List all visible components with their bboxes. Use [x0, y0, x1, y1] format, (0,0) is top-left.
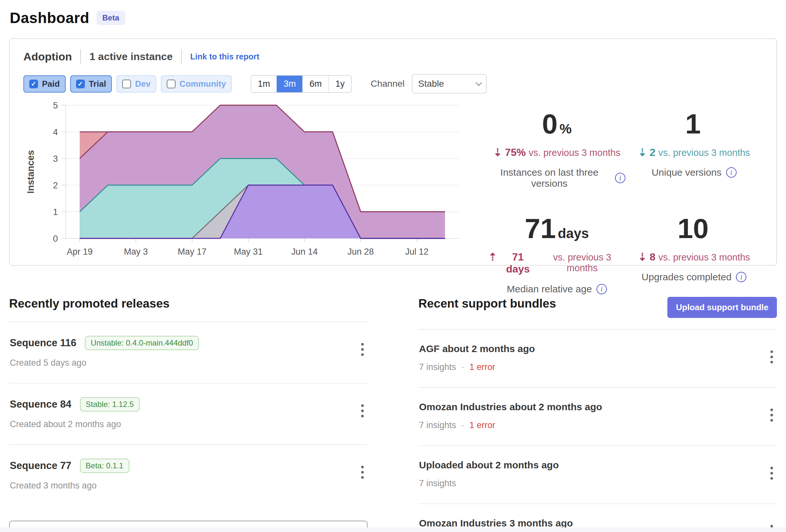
- time-range-group: 1m 3m 6m 1y: [251, 75, 352, 93]
- svg-text:Jun 28: Jun 28: [347, 247, 374, 257]
- stat-label: Unique versions: [651, 167, 721, 178]
- svg-text:4: 4: [53, 127, 58, 137]
- stat-label-row: Upgrades completed i: [625, 271, 763, 283]
- link-to-report[interactable]: Link to this report: [190, 52, 259, 62]
- stat-label-row: Median relative age i: [488, 284, 625, 295]
- svg-text:May 3: May 3: [124, 247, 148, 257]
- info-icon[interactable]: i: [615, 173, 625, 183]
- bundle-item: Uploaded about 2 months ago 7 insights: [418, 446, 777, 504]
- filter-chip-community[interactable]: Community: [161, 75, 232, 93]
- releases-section: Recently promoted releases Sequence 116 …: [9, 297, 368, 532]
- stat-delta-value: 75%: [505, 146, 526, 159]
- range-1y[interactable]: 1y: [328, 76, 351, 92]
- channel-select-value: Stable: [418, 79, 444, 89]
- svg-text:2: 2: [53, 180, 58, 190]
- bundle-item: Omozan Industries about 2 months ago 7 i…: [418, 388, 777, 446]
- lower-columns: Recently promoted releases Sequence 116 …: [9, 297, 777, 532]
- dot-separator: ·: [461, 420, 464, 430]
- release-version-badge: Unstable: 0.4.0-main.444ddf0: [85, 336, 199, 350]
- adoption-stats-grid: 0% ⇣ 75% vs. previous 3 months Instances…: [479, 101, 763, 295]
- svg-text:Jun 14: Jun 14: [291, 247, 318, 257]
- adoption-card-body: 012345Apr 19May 3May 17May 31Jun 14Jun 2…: [23, 101, 763, 295]
- release-version-badge: Stable: 1.12.5: [80, 397, 140, 411]
- stat-delta-value: 2: [649, 146, 655, 159]
- adoption-card: Adoption 1 active instance Link to this …: [9, 38, 777, 266]
- release-title: Sequence 77: [10, 460, 71, 471]
- more-options-button[interactable]: [358, 461, 367, 483]
- bundle-insights: 7 insights: [419, 362, 456, 372]
- trend-arrow-icon: ⇣: [493, 146, 502, 159]
- release-created: Created 5 days ago: [10, 358, 87, 368]
- channel-label: Channel: [371, 79, 404, 89]
- stat-delta: ⇣ 8 vs. previous 3 months: [625, 251, 763, 263]
- page-header: Dashboard Beta: [0, 0, 786, 27]
- release-title: Sequence 84: [10, 398, 71, 410]
- stat-label-row: Unique versions i: [625, 167, 763, 178]
- bundle-insights: 7 insights: [419, 478, 456, 488]
- stat-delta-suffix: vs. previous 3 months: [658, 147, 750, 158]
- stat-value: 71: [525, 213, 556, 244]
- releases-heading: Recently promoted releases: [9, 297, 368, 311]
- filter-label: Dev: [135, 79, 151, 89]
- stat: 0% ⇣ 75% vs. previous 3 months Instances…: [488, 110, 625, 189]
- adoption-title: Adoption: [23, 50, 72, 63]
- info-icon[interactable]: i: [597, 284, 607, 294]
- stat: 10 ⇣ 8 vs. previous 3 months Upgrades co…: [625, 214, 763, 295]
- release-item: Sequence 77 Beta: 0.1.1 Created 3 months…: [9, 445, 368, 506]
- stat-label: Instances on last three versions: [488, 167, 610, 189]
- stat-value: 0: [542, 108, 557, 139]
- more-options-button[interactable]: [767, 346, 776, 368]
- channel-select[interactable]: Stable: [412, 74, 487, 94]
- divider: [80, 49, 81, 64]
- info-icon[interactable]: i: [726, 167, 737, 178]
- checkbox-icon: [122, 79, 131, 88]
- license-filter-group: ✓ Paid ✓ Trial Dev Community: [23, 75, 232, 93]
- svg-text:1: 1: [53, 207, 58, 217]
- bundle-title: Omozan Industries 3 months ago: [419, 518, 573, 529]
- bundles-header: Recent support bundles Upload support bu…: [418, 297, 777, 318]
- bundle-errors: 1 error: [469, 362, 495, 372]
- stat-delta-suffix: vs. previous 3 months: [658, 252, 750, 263]
- svg-text:3: 3: [53, 154, 58, 164]
- beta-badge: Beta: [96, 11, 125, 25]
- svg-text:Apr 19: Apr 19: [67, 247, 93, 257]
- more-options-button[interactable]: [358, 400, 367, 422]
- filter-label: Paid: [42, 79, 60, 89]
- adoption-controls: ✓ Paid ✓ Trial Dev Community 1m 3m 6m 1y…: [23, 74, 763, 94]
- more-options-button[interactable]: [358, 338, 367, 361]
- range-6m[interactable]: 6m: [302, 76, 328, 92]
- filter-chip-trial[interactable]: ✓ Trial: [70, 75, 112, 93]
- info-icon[interactable]: i: [736, 272, 746, 282]
- stat-delta: ⇡ 71 days vs. previous 3 months: [488, 251, 625, 275]
- stat-delta-value: 71 days: [500, 251, 536, 275]
- upload-support-bundle-button[interactable]: Upload support bundle: [667, 297, 777, 318]
- trend-arrow-icon: ⇣: [638, 146, 647, 159]
- stat-delta-value: 8: [649, 251, 655, 263]
- adoption-card-header: Adoption 1 active instance Link to this …: [23, 49, 763, 64]
- stat-label: Upgrades completed: [642, 271, 732, 283]
- adoption-area-chart: 012345Apr 19May 3May 17May 31Jun 14Jun 2…: [23, 101, 479, 295]
- stat: 1 ⇣ 2 vs. previous 3 months Unique versi…: [625, 110, 763, 189]
- trend-arrow-icon: ⇡: [488, 251, 497, 263]
- checkbox-icon: ✓: [76, 79, 85, 88]
- bottom-strip: [0, 528, 786, 532]
- stat-unit: %: [559, 121, 572, 137]
- active-instance-count: 1 active instance: [89, 51, 172, 63]
- filter-chip-dev[interactable]: Dev: [116, 75, 156, 93]
- stat-delta-suffix: vs. previous 3 months: [529, 147, 620, 158]
- stat-value: 10: [677, 213, 709, 244]
- checkbox-icon: [167, 79, 176, 88]
- range-1m[interactable]: 1m: [251, 76, 277, 92]
- filter-chip-paid[interactable]: ✓ Paid: [23, 75, 66, 93]
- divider: [181, 49, 182, 64]
- stat-label-row: Instances on last three versions i: [488, 167, 625, 189]
- chevron-down-icon: [475, 79, 482, 86]
- checkbox-icon: ✓: [29, 79, 38, 88]
- filter-label: Community: [180, 79, 226, 89]
- more-options-button[interactable]: [767, 462, 776, 484]
- more-options-button[interactable]: [767, 404, 776, 426]
- range-3m[interactable]: 3m: [277, 76, 303, 92]
- release-item: Sequence 116 Unstable: 0.4.0-main.444ddf…: [9, 322, 368, 384]
- chart-canvas: 012345Apr 19May 3May 17May 31Jun 14Jun 2…: [23, 101, 479, 257]
- stat-delta-suffix: vs. previous 3 months: [539, 252, 625, 273]
